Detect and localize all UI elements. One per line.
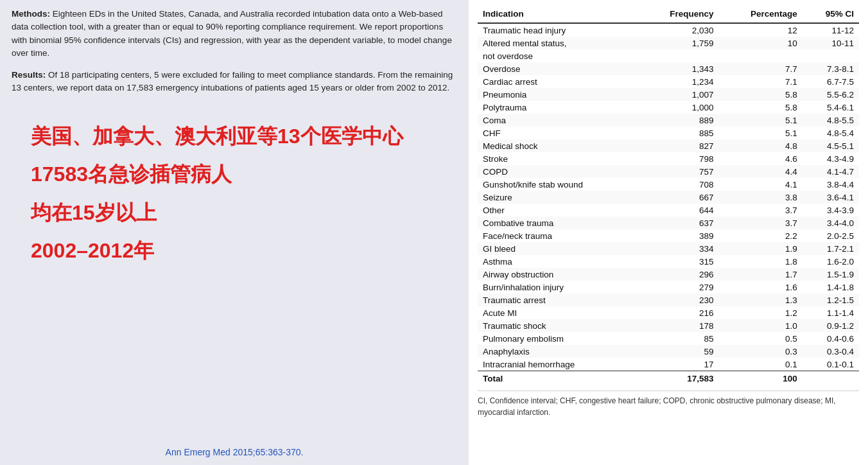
ci-cell: 7.3-8.1: [803, 62, 859, 75]
percentage-cell: 0.1: [719, 358, 803, 371]
indication-cell: Other: [478, 204, 639, 216]
left-panel: Methods: Eighteen EDs in the United Stat…: [0, 0, 469, 465]
table-row: COPD7574.44.1-4.7: [478, 165, 859, 178]
ci-cell: 1.1-1.4: [803, 306, 859, 319]
table-row: Overdose1,3437.77.3-8.1: [478, 62, 859, 75]
indication-cell: Intracranial hemorrhage: [478, 358, 639, 371]
table-row: Burn/inhalation injury2791.61.4-1.8: [478, 281, 859, 294]
table-row: Traumatic head injury2,0301211-12: [478, 23, 859, 37]
frequency-cell: 17: [639, 358, 718, 371]
frequency-cell: 644: [639, 204, 718, 216]
table-row: CHF8855.14.8-5.4: [478, 127, 859, 139]
col-indication: Indication: [478, 6, 639, 23]
percentage-cell: 4.4: [719, 165, 803, 178]
ci-cell: 3.8-4.4: [803, 178, 859, 191]
indication-cell: Acute MI: [478, 306, 639, 319]
table-row: Stroke7984.64.3-4.9: [478, 152, 859, 165]
results-text: Of 18 participating centers, 5 were excl…: [12, 70, 453, 92]
indication-cell: Stroke: [478, 152, 639, 165]
table-row: Anaphylaxis590.30.3-0.4: [478, 345, 859, 358]
ci-cell: 4.8-5.5: [803, 114, 859, 127]
frequency-cell: 757: [639, 165, 718, 178]
ci-cell: 0.3-0.4: [803, 345, 859, 358]
table-row: Coma8895.14.8-5.5: [478, 114, 859, 127]
col-frequency: Frequency: [639, 6, 718, 23]
col-percentage: Percentage: [719, 6, 803, 23]
indication-cell: Coma: [478, 114, 639, 127]
table-row: Pulmonary embolism850.50.4-0.6: [478, 332, 859, 345]
frequency-cell: 178: [639, 319, 718, 332]
total-percentage: 100: [719, 371, 803, 385]
percentage-cell: 10: [719, 37, 803, 49]
percentage-cell: 3.7: [719, 216, 803, 229]
table-row: Polytrauma1,0005.85.4-6.1: [478, 101, 859, 114]
ci-cell: 0.4-0.6: [803, 332, 859, 345]
indication-cell: Traumatic arrest: [478, 294, 639, 306]
frequency-cell: 708: [639, 178, 718, 191]
ci-cell: 1.2-1.5: [803, 294, 859, 306]
indication-cell: not overdose: [478, 49, 639, 62]
ci-cell: 0.1-0.1: [803, 358, 859, 371]
percentage-cell: 1.8: [719, 255, 803, 268]
total-ci: [803, 371, 859, 385]
ci-cell: 3.4-4.0: [803, 216, 859, 229]
table-row: Pneumonia1,0075.85.5-6.2: [478, 88, 859, 101]
frequency-cell: [639, 49, 718, 62]
indication-cell: Combative trauma: [478, 216, 639, 229]
ci-cell: 1.7-2.1: [803, 242, 859, 255]
indication-cell: Cardiac arrest: [478, 75, 639, 88]
indication-cell: Overdose: [478, 62, 639, 75]
table-row: GI bleed3341.91.7-2.1: [478, 242, 859, 255]
frequency-cell: 1,234: [639, 75, 718, 88]
table-row: Traumatic arrest2301.31.2-1.5: [478, 294, 859, 306]
ci-cell: 6.7-7.5: [803, 75, 859, 88]
table-row: Traumatic shock1781.00.9-1.2: [478, 319, 859, 332]
ci-cell: 2.0-2.5: [803, 229, 859, 242]
frequency-cell: 798: [639, 152, 718, 165]
chinese-line-3: 均在15岁以上: [31, 200, 457, 227]
indication-cell: Asthma: [478, 255, 639, 268]
frequency-cell: 296: [639, 268, 718, 281]
chinese-line-2: 17583名急诊插管病人: [31, 161, 457, 188]
percentage-cell: 1.0: [719, 319, 803, 332]
ci-cell: 5.5-6.2: [803, 88, 859, 101]
frequency-cell: 885: [639, 127, 718, 139]
total-label: Total: [478, 371, 639, 385]
percentage-cell: 4.8: [719, 139, 803, 152]
percentage-cell: 1.3: [719, 294, 803, 306]
percentage-cell: 5.1: [719, 127, 803, 139]
total-row: Total 17,583 100: [478, 371, 859, 385]
table-row: Airway obstruction2961.71.5-1.9: [478, 268, 859, 281]
chinese-text-block: 美国、加拿大、澳大利亚等13个医学中心 17583名急诊插管病人 均在15岁以上…: [12, 123, 457, 276]
frequency-cell: 279: [639, 281, 718, 294]
frequency-cell: 59: [639, 345, 718, 358]
frequency-cell: 889: [639, 114, 718, 127]
indication-cell: Pneumonia: [478, 88, 639, 101]
ci-cell: 4.8-5.4: [803, 127, 859, 139]
indication-cell: GI bleed: [478, 242, 639, 255]
ci-cell: 0.9-1.2: [803, 319, 859, 332]
percentage-cell: 7.7: [719, 62, 803, 75]
methods-label: Methods:: [12, 9, 50, 19]
indication-cell: Altered mental status,: [478, 37, 639, 49]
right-panel: Indication Frequency Percentage 95% CI T…: [469, 0, 868, 465]
indication-cell: Pulmonary embolism: [478, 332, 639, 345]
frequency-cell: 216: [639, 306, 718, 319]
table-row: Acute MI2161.21.1-1.4: [478, 306, 859, 319]
indications-table: Indication Frequency Percentage 95% CI T…: [478, 6, 859, 385]
table-row: Gunshot/knife stab wound7084.13.8-4.4: [478, 178, 859, 191]
percentage-cell: 1.9: [719, 242, 803, 255]
ci-cell: 1.6-2.0: [803, 255, 859, 268]
frequency-cell: 85: [639, 332, 718, 345]
ci-cell: 4.1-4.7: [803, 165, 859, 178]
percentage-cell: [719, 49, 803, 62]
table-row: Seizure6673.83.6-4.1: [478, 191, 859, 204]
ci-cell: 3.4-3.9: [803, 204, 859, 216]
ci-cell: 3.6-4.1: [803, 191, 859, 204]
percentage-cell: 0.3: [719, 345, 803, 358]
table-footnote: CI, Confidence interval; CHF, congestive…: [478, 390, 859, 418]
indication-cell: Traumatic shock: [478, 319, 639, 332]
indication-cell: CHF: [478, 127, 639, 139]
indication-cell: COPD: [478, 165, 639, 178]
percentage-cell: 1.2: [719, 306, 803, 319]
